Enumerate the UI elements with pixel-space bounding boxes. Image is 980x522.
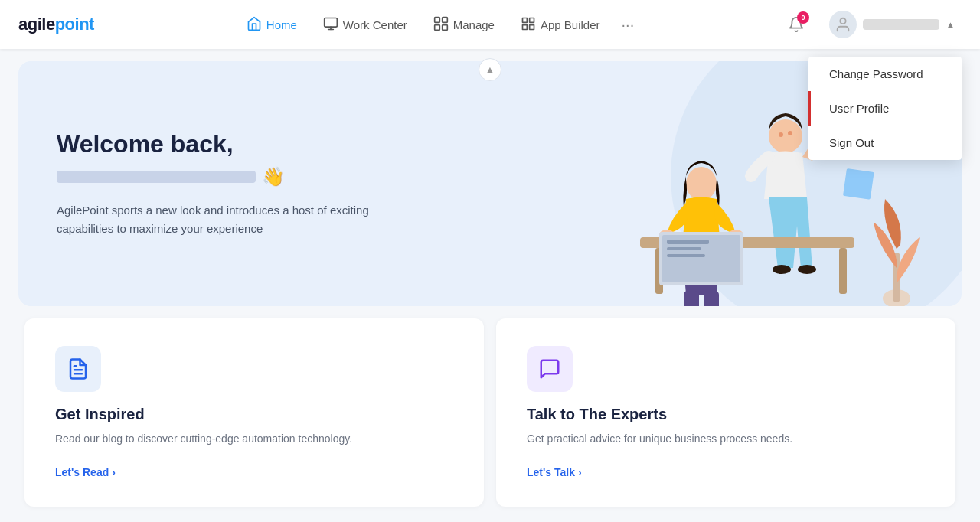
svg-point-14: [769, 119, 802, 153]
svg-rect-4: [442, 17, 447, 22]
svg-rect-33: [667, 240, 709, 244]
user-menu-button[interactable]: ▲: [823, 8, 962, 41]
user-avatar: [829, 11, 857, 38]
svg-rect-5: [434, 24, 439, 30]
cards-section: Get Inspired Read our blog to discover c…: [18, 318, 962, 519]
hero-username-blurred: [57, 171, 256, 183]
hero-description: AgilePoint sports a new look and introdu…: [57, 201, 409, 238]
hero-wave-emoji: 👋: [262, 166, 285, 188]
card-get-inspired: Get Inspired Read our blog to discover c…: [24, 318, 484, 507]
svg-rect-28: [704, 291, 719, 306]
hero-content: Welcome back, 👋 AgilePoint sports a new …: [18, 100, 447, 269]
svg-rect-0: [324, 18, 337, 27]
svg-point-18: [798, 265, 816, 274]
svg-rect-8: [530, 18, 534, 22]
svg-rect-20: [843, 168, 874, 200]
svg-rect-27: [684, 291, 699, 306]
appbuilder-icon: [521, 16, 536, 34]
nav-label-manage: Manage: [453, 18, 495, 31]
card-link-arrow-experts: ›: [578, 466, 582, 478]
manage-icon: [433, 16, 449, 34]
logo-text: agilepoint: [18, 15, 94, 34]
notifications-button[interactable]: 0: [782, 10, 811, 39]
chevron-up-icon: ▲: [946, 19, 956, 31]
svg-rect-7: [522, 18, 527, 22]
more-nav-button[interactable]: ···: [616, 10, 641, 40]
nav-item-workcenter[interactable]: Work Center: [312, 10, 418, 40]
card-title-inspired: Get Inspired: [55, 406, 453, 423]
nav-item-home[interactable]: Home: [236, 10, 308, 40]
svg-rect-6: [442, 24, 447, 30]
nav-item-manage[interactable]: Manage: [423, 10, 505, 40]
logo[interactable]: agilepoint: [18, 15, 94, 34]
svg-point-24: [686, 167, 717, 201]
nav-item-appbuilder[interactable]: App Builder: [510, 10, 611, 40]
card-icon-inspired: [55, 346, 101, 392]
card-desc-inspired: Read our blog to discover cutting-edge a…: [55, 431, 453, 447]
card-icon-experts: [527, 346, 573, 392]
svg-rect-34: [667, 247, 701, 250]
svg-rect-3: [434, 17, 439, 22]
user-name-display: [863, 19, 939, 30]
dropdown-item-change-password[interactable]: Change Password: [808, 57, 962, 91]
svg-rect-9: [522, 24, 527, 29]
dropdown-item-user-profile[interactable]: User Profile: [808, 91, 962, 126]
nav-label-workcenter: Work Center: [343, 18, 407, 31]
card-link-arrow-inspired: ›: [112, 466, 116, 478]
svg-point-16: [788, 131, 792, 135]
header: agilepoint Home Work Center: [0, 0, 980, 49]
card-desc-experts: Get practical advice for unique business…: [527, 431, 925, 447]
svg-rect-10: [530, 24, 534, 29]
svg-point-15: [779, 132, 783, 137]
card-talk-experts: Talk to The Experts Get practical advice…: [496, 318, 956, 507]
collapse-header-button[interactable]: ▲: [479, 58, 501, 81]
user-dropdown-menu: Change Password User Profile Sign Out: [808, 57, 962, 160]
card-link-experts[interactable]: Let's Talk ›: [527, 466, 582, 478]
main-nav: Home Work Center Manage: [236, 10, 640, 40]
svg-point-11: [840, 18, 845, 24]
svg-rect-35: [667, 254, 705, 257]
svg-rect-23: [839, 248, 847, 294]
nav-label-appbuilder: App Builder: [541, 18, 600, 31]
notification-count: 0: [797, 11, 809, 24]
card-title-experts: Talk to The Experts: [527, 406, 925, 423]
header-right: 0 ▲ Change Password User Profile Sign Ou…: [782, 8, 962, 41]
nav-label-home: Home: [266, 18, 297, 31]
card-link-inspired[interactable]: Let's Read ›: [55, 466, 116, 478]
hero-username: 👋: [57, 166, 285, 188]
workcenter-icon: [323, 16, 338, 34]
chevron-up-icon: ▲: [485, 64, 495, 76]
dropdown-item-sign-out[interactable]: Sign Out: [808, 126, 962, 160]
home-icon: [247, 16, 262, 34]
hero-title: Welcome back,: [57, 130, 409, 158]
svg-point-17: [773, 265, 791, 274]
